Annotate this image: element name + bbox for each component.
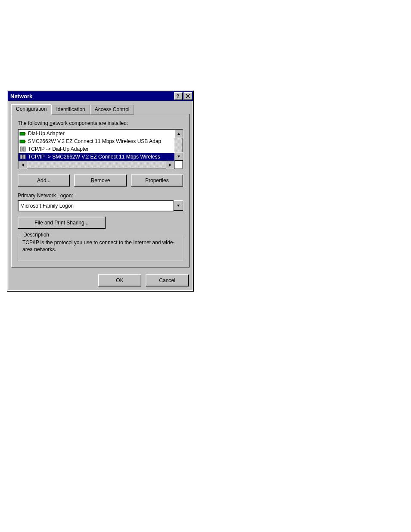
horizontal-scrollbar[interactable] [19, 161, 174, 168]
scroll-down-button[interactable] [174, 152, 183, 161]
remove-button[interactable]: Remove [74, 174, 126, 187]
svg-rect-6 [25, 141, 26, 142]
adapter-icon [19, 131, 26, 137]
triangle-up-icon [177, 132, 181, 136]
svg-rect-7 [20, 147, 22, 151]
protocol-icon [19, 154, 26, 160]
list-item[interactable]: SMC2662W V.2 EZ Connect 11 Mbps Wireless… [19, 137, 174, 145]
svg-rect-2 [21, 133, 24, 134]
protocol-icon [19, 146, 26, 152]
triangle-right-icon [168, 163, 172, 167]
svg-marker-15 [177, 133, 180, 135]
tab-strip: Configuration Identification Access Cont… [11, 104, 190, 115]
svg-marker-16 [177, 156, 180, 158]
list-item[interactable]: Dial-Up Adapter [19, 130, 174, 137]
dialog-button-row: OK Cancel [8, 271, 193, 291]
adapter-icon [19, 138, 26, 144]
properties-button[interactable]: Properties [131, 174, 183, 187]
title-bar[interactable]: Network ? [8, 91, 193, 101]
primary-logon-label: Primary Network Logon: [18, 193, 183, 199]
list-item-label: TCP/IP -> Dial-Up Adapter [28, 146, 89, 152]
list-item[interactable]: TCP/IP -> SMC2662W V.2 EZ Connect 11 Mbp… [19, 153, 174, 161]
svg-text:?: ? [177, 94, 179, 98]
component-button-row: Add... Remove Properties [18, 174, 183, 187]
svg-marker-19 [177, 205, 180, 207]
description-group: Description TCP/IP is the protocol you u… [18, 235, 183, 261]
svg-rect-10 [20, 155, 22, 159]
triangle-down-icon [177, 155, 181, 158]
file-print-sharing-button[interactable]: File and Print Sharing... [18, 217, 106, 229]
svg-rect-11 [23, 155, 25, 159]
help-icon: ? [176, 94, 181, 98]
scroll-right-button[interactable] [166, 161, 174, 169]
window-title: Network [9, 93, 173, 100]
list-item-label: SMC2662W V.2 EZ Connect 11 Mbps Wireless… [28, 138, 161, 144]
primary-logon-combo[interactable]: Microsoft Family Logon [18, 200, 183, 212]
tab-identification[interactable]: Identification [51, 105, 90, 115]
scroll-track-horizontal[interactable] [27, 161, 166, 168]
network-dialog: Network ? Configuration Identification A… [7, 90, 194, 292]
svg-rect-8 [23, 147, 25, 151]
triangle-left-icon [21, 163, 25, 167]
tab-panel-configuration: The following network components are ins… [11, 114, 190, 268]
scroll-left-button[interactable] [19, 161, 27, 169]
help-button[interactable]: ? [174, 92, 183, 100]
components-caption: The following network components are ins… [18, 120, 183, 126]
tab-configuration[interactable]: Configuration [11, 104, 51, 115]
svg-marker-18 [169, 164, 171, 166]
scroll-up-button[interactable] [174, 130, 183, 138]
description-text: TCP/IP is the protocol you use to connec… [22, 240, 178, 253]
components-listbox[interactable]: Dial-Up AdapterSMC2662W V.2 EZ Connect 1… [18, 129, 183, 169]
vertical-scrollbar[interactable] [174, 130, 182, 161]
ok-button[interactable]: OK [98, 274, 141, 286]
list-item[interactable]: TCP/IP -> Dial-Up Adapter [19, 145, 174, 153]
primary-logon-dropdown-button[interactable] [174, 200, 183, 211]
scroll-track-vertical[interactable] [174, 138, 182, 152]
list-item-label: Dial-Up Adapter [28, 131, 65, 137]
tab-access-control[interactable]: Access Control [90, 105, 134, 115]
add-button[interactable]: Add... [18, 174, 70, 187]
close-button[interactable] [184, 92, 192, 100]
svg-rect-3 [25, 133, 26, 134]
close-icon [186, 94, 190, 98]
list-item-label: TCP/IP -> SMC2662W V.2 EZ Connect 11 Mbp… [28, 154, 160, 160]
chevron-down-icon [177, 204, 180, 207]
svg-marker-17 [22, 164, 24, 166]
svg-rect-5 [21, 141, 24, 142]
description-title: Description [22, 232, 51, 238]
cancel-button[interactable]: Cancel [146, 274, 189, 286]
primary-logon-value[interactable]: Microsoft Family Logon [18, 200, 174, 212]
